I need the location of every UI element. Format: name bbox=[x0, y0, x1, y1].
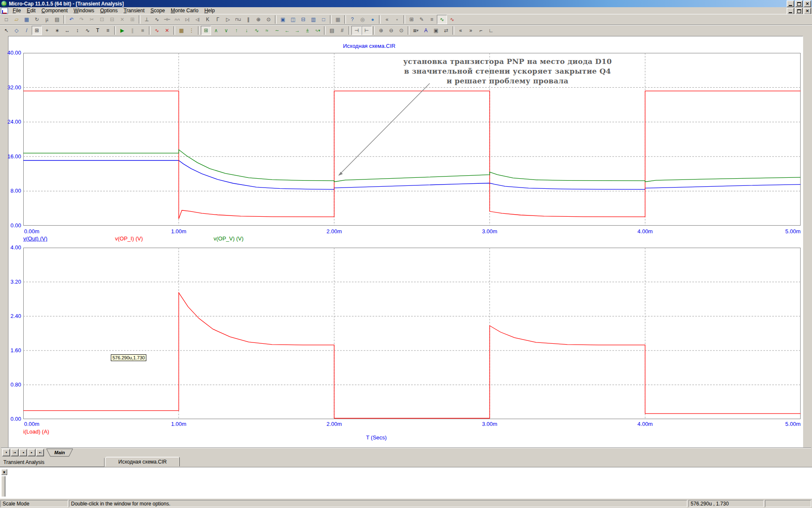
cascade-windows-button[interactable]: ▣ bbox=[278, 15, 288, 24]
current-source-button[interactable]: ⊙ bbox=[263, 15, 274, 24]
package-editor-button[interactable]: ≡ bbox=[427, 15, 437, 24]
app-icon[interactable]: 11 bbox=[1, 1, 7, 6]
calculator-button[interactable]: ▦ bbox=[333, 15, 343, 24]
capacitor-button[interactable]: ⊣⊢ bbox=[162, 15, 172, 24]
tag-vertical-button[interactable]: ∟ bbox=[486, 26, 496, 35]
delete-all-objects-button[interactable]: ✕ bbox=[162, 26, 172, 35]
internet-button[interactable]: ● bbox=[368, 15, 378, 24]
copy-button[interactable]: ⊡ bbox=[97, 15, 107, 24]
tag-horizontal-button[interactable]: ⌐ bbox=[476, 26, 486, 35]
simulation-limits-button[interactable]: ▦ bbox=[176, 26, 187, 35]
waveform-bottom-button[interactable]: → bbox=[292, 26, 302, 35]
new-button[interactable]: □ bbox=[1, 15, 11, 24]
cursor-mode-button[interactable]: + bbox=[42, 26, 52, 35]
pan-graph-button[interactable]: ⇄ bbox=[441, 26, 451, 35]
opamp-button[interactable]: ▷ bbox=[223, 15, 233, 24]
menu-transient[interactable]: Transient bbox=[121, 7, 148, 14]
clear-button[interactable]: ✕ bbox=[117, 15, 127, 24]
sheet-first-button[interactable]: |◄ bbox=[11, 449, 19, 456]
analysis-plot-button[interactable]: ∿ bbox=[437, 15, 447, 24]
wire-mode-button[interactable]: / bbox=[22, 26, 32, 35]
annotation-text[interactable]: установка транзистора PNP на место диода… bbox=[393, 57, 622, 86]
document-icon[interactable] bbox=[1, 8, 8, 14]
stepping-button[interactable]: ⋮ bbox=[187, 26, 197, 35]
current-plot[interactable] bbox=[23, 248, 801, 419]
overlap-windows-button[interactable]: ▥ bbox=[308, 15, 318, 24]
grid-options-button[interactable]: ▦▾ bbox=[411, 26, 421, 35]
tab-transient-analysis[interactable]: Transient Analysis bbox=[0, 458, 104, 467]
output-panel-grip[interactable] bbox=[1, 476, 5, 497]
properties-button[interactable]: ≡ bbox=[103, 26, 113, 35]
zoom-out-button[interactable]: ⊖ bbox=[386, 26, 396, 35]
sheet-prev-button[interactable]: ◄ bbox=[19, 449, 27, 456]
child-minimize-button[interactable] bbox=[787, 8, 794, 14]
waveform-valley-button[interactable]: ∨ bbox=[221, 26, 231, 35]
shape-editor-button[interactable]: ✎ bbox=[417, 15, 427, 24]
ground-button[interactable]: ⊥ bbox=[142, 15, 152, 24]
menu-monte-carlo[interactable]: Monte Carlo bbox=[168, 7, 201, 14]
cursor-begin-button[interactable]: « bbox=[455, 26, 466, 35]
child-close-button[interactable]: × bbox=[804, 8, 811, 14]
revert-button[interactable]: ↻ bbox=[32, 15, 42, 24]
minimize-button[interactable] bbox=[787, 0, 794, 7]
waveform-inflection-button[interactable]: ∿ bbox=[252, 26, 262, 35]
zoom-fit-button[interactable]: ⊙ bbox=[396, 26, 406, 35]
voltage-source-button[interactable]: ⊕ bbox=[253, 15, 263, 24]
horizontal-tag-mode-button[interactable]: ↔ bbox=[62, 26, 72, 35]
annotate-image-button[interactable]: ▣ bbox=[431, 26, 441, 35]
waveform-top-button[interactable]: ← bbox=[282, 26, 292, 35]
go-to-branch-button[interactable]: ± bbox=[302, 26, 313, 35]
save-button[interactable]: ▦ bbox=[22, 15, 32, 24]
undo-button[interactable]: ↶ bbox=[66, 15, 77, 24]
waveform-high-button[interactable]: ↑ bbox=[231, 26, 241, 35]
select-mode-button[interactable]: ↖ bbox=[1, 26, 11, 35]
component-editor-button[interactable]: ⊞ bbox=[406, 15, 417, 24]
probe-button[interactable]: ∿ bbox=[447, 15, 457, 24]
waveform-low-button[interactable]: ↓ bbox=[241, 26, 252, 35]
cursor-right-button[interactable]: ⊢ bbox=[362, 26, 372, 35]
scale-mode-button[interactable]: ⊞ bbox=[32, 26, 42, 35]
data-points-button[interactable]: ▤ bbox=[327, 26, 337, 35]
menu-windows[interactable]: Windows bbox=[71, 7, 97, 14]
open-button[interactable]: ▱ bbox=[11, 15, 22, 24]
component-mode-button[interactable]: ◇ bbox=[11, 26, 22, 35]
cursor-left-button[interactable]: ⊣ bbox=[351, 26, 362, 35]
help-topics-button[interactable]: ? bbox=[347, 15, 357, 24]
waveform-global-high-button[interactable]: ≈ bbox=[262, 26, 272, 35]
translate-button[interactable]: µ bbox=[42, 15, 52, 24]
diode-button[interactable]: ▷| bbox=[182, 15, 192, 24]
numeric-output-button[interactable]: # bbox=[337, 26, 347, 35]
npn-transistor-button[interactable]: K bbox=[203, 15, 213, 24]
tab-schema-cir[interactable]: Исходная схема.CIR bbox=[105, 457, 180, 467]
menu-scope[interactable]: Scope bbox=[148, 7, 168, 14]
close-button[interactable]: × bbox=[804, 0, 811, 7]
pause-button[interactable]: ∥ bbox=[127, 26, 137, 35]
cut-button[interactable]: ✂ bbox=[87, 15, 97, 24]
translate-to-spice-button[interactable]: « bbox=[382, 15, 392, 24]
add-scope-plot-button[interactable]: ∿ bbox=[152, 26, 162, 35]
select-all-button[interactable]: ⊞ bbox=[127, 15, 137, 24]
legend-v(OP_V)[interactable]: v(OP_V) (V) bbox=[214, 235, 244, 242]
performance-tag-mode-button[interactable]: ∿ bbox=[82, 26, 93, 35]
paste-button[interactable]: ⊟ bbox=[107, 15, 117, 24]
point-tag-mode-button[interactable]: ∗ bbox=[52, 26, 62, 35]
auto-scale-button[interactable]: ⊞ bbox=[201, 26, 211, 35]
stop-button[interactable]: ■ bbox=[137, 26, 148, 35]
waveform-global-low-button[interactable]: ∼ bbox=[272, 26, 282, 35]
maximize-windows-button[interactable]: □ bbox=[318, 15, 329, 24]
output-close-button[interactable]: x bbox=[1, 469, 7, 475]
legend-v(OP_I)[interactable]: v(OP_I) (V) bbox=[115, 235, 143, 242]
sheet-next-button[interactable]: ► bbox=[27, 449, 36, 456]
select-window-button[interactable]: ▫ bbox=[392, 15, 402, 24]
battery-button[interactable]: ∥ bbox=[243, 15, 253, 24]
sheet-menu-button[interactable]: ▼ bbox=[2, 449, 10, 456]
zener-diode-button[interactable]: ◁| bbox=[192, 15, 203, 24]
resistor-button[interactable]: ∿ bbox=[152, 15, 162, 24]
menu-help[interactable]: Help bbox=[201, 7, 218, 14]
sheet-tab-main[interactable]: Main bbox=[46, 448, 73, 457]
cursor-end-button[interactable]: » bbox=[466, 26, 476, 35]
menu-component[interactable]: Component bbox=[38, 7, 71, 14]
zoom-in-button[interactable]: ⊕ bbox=[376, 26, 386, 35]
redo-button[interactable]: ↷ bbox=[77, 15, 87, 24]
waveform-peak-button[interactable]: ∧ bbox=[211, 26, 221, 35]
